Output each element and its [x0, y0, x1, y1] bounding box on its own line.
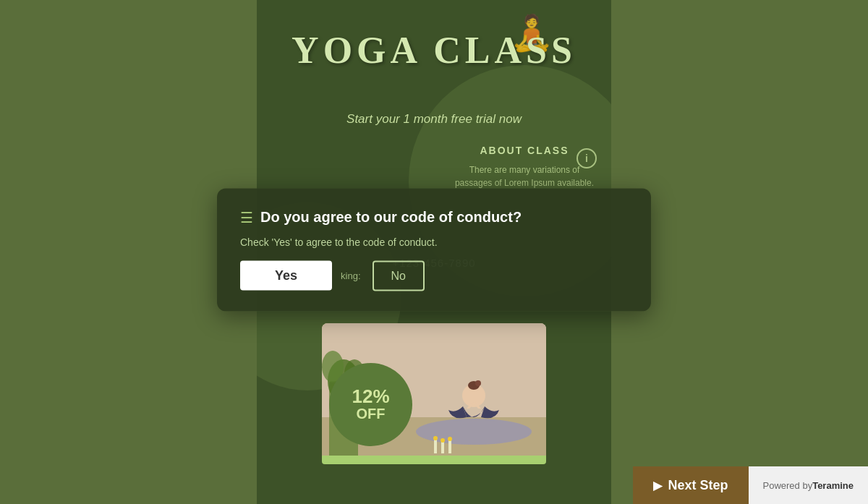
next-step-arrow-icon: ▶: [653, 479, 662, 492]
bottom-bar: ▶ Next Step Powered by Teramine: [633, 466, 868, 504]
powered-by-prefix: Powered by: [763, 480, 813, 491]
svg-point-16: [448, 437, 452, 441]
next-step-label: Next Step: [668, 478, 728, 493]
svg-point-14: [441, 438, 445, 443]
discount-circle: 12% OFF: [329, 363, 412, 446]
powered-by-brand: Teramine: [812, 480, 854, 491]
about-class-section: ABOUT CLASS There are many variations of…: [452, 145, 597, 189]
green-bar: [322, 456, 546, 464]
svg-rect-11: [434, 439, 437, 453]
info-icon[interactable]: i: [576, 148, 597, 168]
modal-description: Check 'Yes' to agree to the code of cond…: [240, 236, 628, 247]
modal-dialog: ☰ Do you agree to our code of conduct? C…: [217, 188, 651, 311]
discount-off: OFF: [357, 406, 386, 422]
yes-button[interactable]: Yes: [240, 261, 332, 291]
svg-rect-13: [441, 441, 444, 453]
modal-header: ☰ Do you agree to our code of conduct?: [240, 208, 628, 226]
modal-title: Do you agree to our code of conduct?: [260, 209, 522, 226]
no-prefix-label: king:: [341, 270, 360, 281]
modal-buttons: Yes king: No: [240, 260, 628, 291]
about-class-title: ABOUT CLASS: [452, 145, 597, 156]
svg-point-12: [433, 436, 438, 440]
poster-subtitle: Start your 1 month free trial now: [257, 112, 611, 127]
about-class-body: There are many variations of passages of…: [452, 163, 597, 189]
no-button[interactable]: No: [373, 260, 425, 291]
page-wrapper: 🧘 YOGA CLASS Start your 1 month free tri…: [0, 0, 868, 504]
modal-icon: ☰: [240, 208, 253, 226]
powered-by-section: Powered by Teramine: [749, 466, 869, 504]
poster-title: YOGA CLASS: [257, 29, 611, 72]
svg-point-7: [416, 419, 532, 445]
svg-rect-15: [448, 440, 451, 453]
svg-point-10: [475, 380, 481, 386]
discount-percent: 12%: [352, 387, 389, 406]
next-step-button[interactable]: ▶ Next Step: [633, 466, 748, 504]
